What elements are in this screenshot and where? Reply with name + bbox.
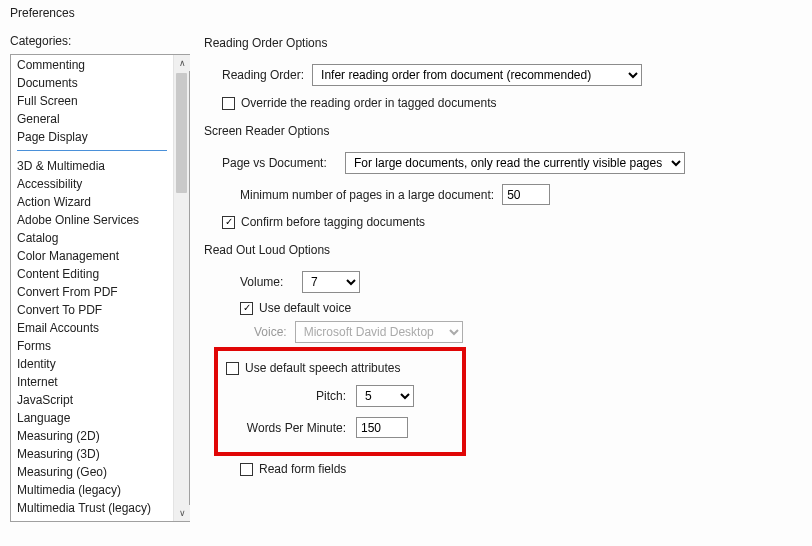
confirm-tagging-checkbox[interactable] <box>222 216 235 229</box>
page-vs-document-select[interactable]: For large documents, only read the curre… <box>345 152 685 174</box>
category-item[interactable]: Convert From PDF <box>11 283 173 301</box>
read-form-fields-label: Read form fields <box>259 462 346 476</box>
use-default-speech-label: Use default speech attributes <box>245 361 400 375</box>
use-default-voice-label: Use default voice <box>259 301 351 315</box>
category-item[interactable]: Identity <box>11 355 173 373</box>
category-item[interactable]: Documents <box>11 74 173 92</box>
category-item[interactable]: Page Display <box>11 128 173 146</box>
scroll-up-icon[interactable]: ∧ <box>174 55 190 71</box>
wpm-label: Words Per Minute: <box>226 421 346 435</box>
category-item[interactable]: Measuring (3D) <box>11 445 173 463</box>
reading-order-label: Reading Order: <box>222 68 304 82</box>
category-divider <box>17 150 167 151</box>
scrollbar[interactable]: ∧ ∨ <box>173 55 189 521</box>
pitch-select[interactable]: 5 <box>356 385 414 407</box>
category-item[interactable]: Measuring (Geo) <box>11 463 173 481</box>
override-checkbox[interactable] <box>222 97 235 110</box>
voice-select: Microsoft David Desktop <box>295 321 463 343</box>
category-item[interactable]: Multimedia (legacy) <box>11 481 173 499</box>
category-item[interactable]: Commenting <box>11 56 173 74</box>
category-item[interactable]: Accessibility <box>11 175 173 193</box>
category-item[interactable]: General <box>11 110 173 128</box>
min-pages-input[interactable] <box>502 184 550 205</box>
category-item[interactable]: Forms <box>11 337 173 355</box>
category-item[interactable]: Convert To PDF <box>11 301 173 319</box>
category-item[interactable]: Catalog <box>11 229 173 247</box>
scroll-down-icon[interactable]: ∨ <box>174 505 190 521</box>
category-item[interactable]: Language <box>11 409 173 427</box>
screen-reader-section: Screen Reader Options Page vs Document: … <box>204 124 802 229</box>
category-item[interactable]: Adobe Online Services <box>11 211 173 229</box>
confirm-tagging-label: Confirm before tagging documents <box>241 215 425 229</box>
categories-listbox[interactable]: CommentingDocumentsFull ScreenGeneralPag… <box>10 54 190 522</box>
page-vs-document-label: Page vs Document: <box>222 156 337 170</box>
use-default-voice-checkbox[interactable] <box>240 302 253 315</box>
pitch-label: Pitch: <box>226 389 346 403</box>
category-item[interactable]: 3D & Multimedia <box>11 157 173 175</box>
category-item[interactable]: JavaScript <box>11 391 173 409</box>
reading-order-section: Reading Order Options Reading Order: Inf… <box>204 36 802 110</box>
volume-label: Volume: <box>240 275 294 289</box>
reading-order-select[interactable]: Infer reading order from document (recom… <box>312 64 642 86</box>
category-item[interactable]: Content Editing <box>11 265 173 283</box>
category-item[interactable]: Email Accounts <box>11 319 173 337</box>
read-out-loud-section: Read Out Loud Options Volume: 7 Use defa… <box>204 243 802 476</box>
override-label: Override the reading order in tagged doc… <box>241 96 497 110</box>
read-form-fields-checkbox[interactable] <box>240 463 253 476</box>
voice-label: Voice: <box>254 325 287 339</box>
use-default-speech-checkbox[interactable] <box>226 362 239 375</box>
min-pages-label: Minimum number of pages in a large docum… <box>240 188 494 202</box>
wpm-input[interactable] <box>356 417 408 438</box>
window-title: Preferences <box>0 0 812 34</box>
category-item[interactable]: Action Wizard <box>11 193 173 211</box>
category-item[interactable]: Measuring (2D) <box>11 427 173 445</box>
scroll-thumb[interactable] <box>176 73 187 193</box>
category-item[interactable]: Multimedia Trust (legacy) <box>11 499 173 517</box>
screen-reader-legend: Screen Reader Options <box>204 124 802 142</box>
category-item[interactable]: Color Management <box>11 247 173 265</box>
volume-select[interactable]: 7 <box>302 271 360 293</box>
categories-label: Categories: <box>10 34 190 48</box>
category-item[interactable]: Internet <box>11 373 173 391</box>
highlight-box: Use default speech attributes Pitch: 5 W… <box>214 347 466 456</box>
read-out-loud-legend: Read Out Loud Options <box>204 243 802 261</box>
category-item[interactable]: Full Screen <box>11 92 173 110</box>
reading-order-legend: Reading Order Options <box>204 36 802 54</box>
